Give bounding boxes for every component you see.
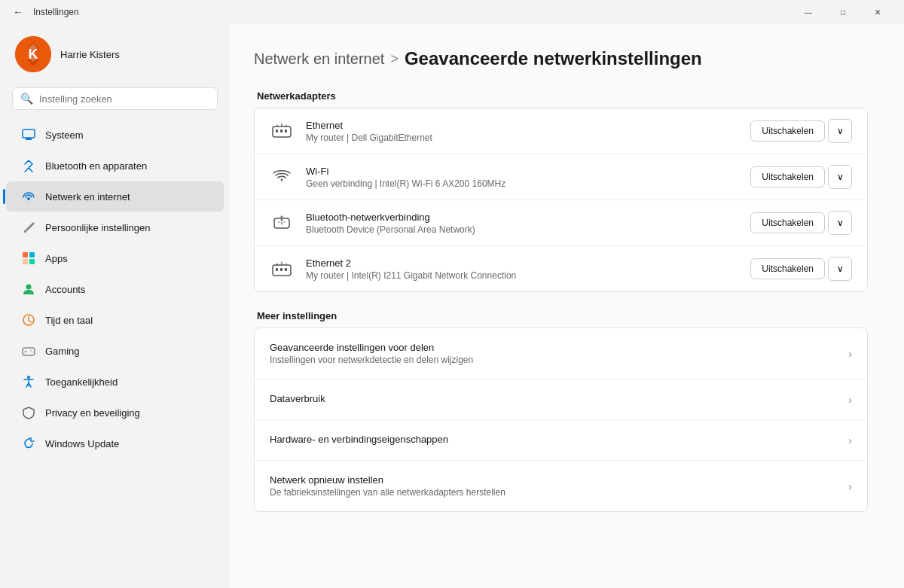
expand-bluetooth-net-button[interactable]: ∨ [828,211,852,235]
uitschakelen-ethernet-button[interactable]: Uitschakelen [750,120,825,142]
meer-item-reset-title: Netwerk opnieuw instellen [270,474,848,486]
sidebar: K Harrie Kisters 🔍 Systeem Bluetoot [0,24,230,588]
breadcrumb: Netwerk en internet > Geavanceerde netwe… [254,48,868,69]
sidebar-item-privacy[interactable]: Privacy en beveiliging [6,398,224,428]
expand-ethernet-button[interactable]: ∨ [828,119,852,143]
sidebar-item-persoonlijk[interactable]: Persoonlijke instellingen [6,212,224,242]
apps-icon [21,251,36,266]
meer-item-delen-subtitle: Instellingen voor netwerkdetectie en del… [270,355,848,365]
titlebar-title: Instellingen [33,7,79,17]
meer-item-hardware[interactable]: Hardware- en verbindingseigenschappen › [255,420,867,461]
meer-item-reset-subtitle: De fabrieksinstellingen van alle netwerk… [270,487,848,498]
adapter-bluetooth-net-actions: Uitschakelen ∨ [750,211,852,235]
sidebar-item-netwerk[interactable]: Netwerk en internet [6,181,224,212]
content: Netwerk en internet > Geavanceerde netwe… [230,24,904,588]
chevron-dataverbruik-icon: › [848,394,852,406]
sidebar-label-update: Windows Update [45,438,119,449]
uitschakelen-bluetooth-net-button[interactable]: Uitschakelen [750,212,825,233]
sidebar-item-gaming[interactable]: Gaming [6,336,224,366]
search-input[interactable] [39,93,209,105]
sidebar-label-netwerk: Netwerk en internet [45,191,130,203]
meer-list: Geavanceerde instellingen voor delen Ins… [254,328,868,512]
svg-rect-22 [276,268,278,271]
search-box[interactable]: 🔍 [12,87,218,110]
bluetooth-icon [21,158,36,173]
shield-icon [21,405,36,420]
sidebar-label-persoonlijk: Persoonlijke instellingen [45,222,150,233]
svg-rect-19 [285,129,287,133]
sidebar-item-update[interactable]: Windows Update [6,428,224,459]
update-icon [21,436,36,451]
meer-item-reset[interactable]: Netwerk opnieuw instellen De fabrieksins… [255,461,867,511]
svg-rect-2 [23,129,35,138]
svg-rect-4 [26,138,31,139]
adapter-bluetooth-net-subtitle: Bluetooth Device (Personal Area Network) [306,224,738,235]
svg-rect-17 [276,129,278,133]
uitschakelen-wifi-button[interactable]: Uitschakelen [750,166,825,187]
svg-point-13 [30,350,32,352]
adapter-ethernet2: Ethernet 2 My router | Intel(R) I211 Gig… [255,246,867,291]
chevron-reset-icon: › [848,480,852,492]
adapter-wifi-actions: Uitschakelen ∨ [750,165,852,189]
adapter-wifi-title: Wi-Fi [306,166,738,177]
close-button[interactable]: ✕ [860,0,895,24]
svg-rect-7 [29,252,35,257]
sidebar-label-toegankelijkheid: Toegankelijkheid [45,376,118,388]
svg-rect-23 [280,268,282,271]
sidebar-label-tijd: Tijd en taal [45,315,93,326]
meer-item-dataverbruik[interactable]: Dataverbruik › [255,379,867,420]
uitschakelen-ethernet2-button[interactable]: Uitschakelen [750,258,825,279]
svg-rect-3 [26,139,32,140]
expand-wifi-button[interactable]: ∨ [828,165,852,189]
sidebar-item-accounts[interactable]: Accounts [6,274,224,304]
adapter-ethernet2-text: Ethernet 2 My router | Intel(R) I211 Gig… [306,257,738,281]
main-layout: K Harrie Kisters 🔍 Systeem Bluetoot [0,24,904,588]
adapter-wifi: Wi-Fi Geen verbinding | Intel(R) Wi-Fi 6… [255,154,867,200]
svg-rect-8 [23,259,28,264]
meer-item-dataverbruik-text: Dataverbruik [270,393,848,406]
adapter-wifi-subtitle: Geen verbinding | Intel(R) Wi-Fi 6 AX200… [306,178,738,189]
adapter-ethernet2-actions: Uitschakelen ∨ [750,257,852,281]
window-controls: — □ ✕ [791,0,895,24]
sidebar-label-gaming: Gaming [45,346,80,357]
svg-rect-6 [23,252,28,257]
adapter-ethernet2-subtitle: My router | Intel(R) I211 Gigabit Networ… [306,270,738,281]
sidebar-item-tijd[interactable]: Tijd en taal [6,305,224,335]
section-title-adapters: Netwerkadapters [254,90,868,102]
adapter-bluetooth-net-text: Bluetooth-netwerkverbinding Bluetooth De… [306,212,738,235]
clock-icon [21,312,36,328]
brush-icon [21,220,36,235]
back-button[interactable]: ← [9,3,27,21]
adapter-bluetooth-net-title: Bluetooth-netwerkverbinding [306,212,738,223]
meer-item-reset-text: Netwerk opnieuw instellen De fabrieksins… [270,474,848,498]
sidebar-label-bluetooth: Bluetooth en apparaten [45,160,147,172]
sidebar-item-toegankelijkheid[interactable]: Toegankelijkheid [6,367,224,397]
monitor-icon [21,127,36,142]
section-title-meer: Meer instellingen [254,310,868,321]
maximize-button[interactable]: □ [826,0,860,24]
sidebar-label-systeem: Systeem [45,129,84,141]
titlebar: ← Instellingen — □ ✕ [0,0,904,24]
svg-rect-18 [280,129,282,133]
avatar: K [15,36,51,72]
adapter-ethernet-text: Ethernet My router | Dell GigabitEtherne… [306,120,738,143]
adapter-ethernet2-title: Ethernet 2 [306,257,738,269]
titlebar-left: ← Instellingen [9,3,79,21]
meer-item-delen-text: Geavanceerde instellingen voor delen Ins… [270,342,848,365]
sidebar-item-apps[interactable]: Apps [6,243,224,273]
breadcrumb-separator: > [390,51,399,67]
sidebar-label-accounts: Accounts [45,284,85,295]
adapter-list: Ethernet My router | Dell GigabitEtherne… [254,108,868,292]
accessibility-icon [21,374,36,389]
bluetooth-network-icon [270,211,294,235]
wifi-icon [270,165,294,189]
meer-item-delen[interactable]: Geavanceerde instellingen voor delen Ins… [255,328,867,379]
sidebar-item-bluetooth[interactable]: Bluetooth en apparaten [6,151,224,181]
expand-ethernet2-button[interactable]: ∨ [828,257,852,281]
adapter-bluetooth-net: Bluetooth-netwerkverbinding Bluetooth De… [255,200,867,246]
breadcrumb-parent: Netwerk en internet [254,50,384,68]
sidebar-item-systeem[interactable]: Systeem [6,120,224,150]
svg-rect-9 [29,259,35,264]
minimize-button[interactable]: — [791,0,826,24]
sidebar-label-apps: Apps [45,253,68,264]
